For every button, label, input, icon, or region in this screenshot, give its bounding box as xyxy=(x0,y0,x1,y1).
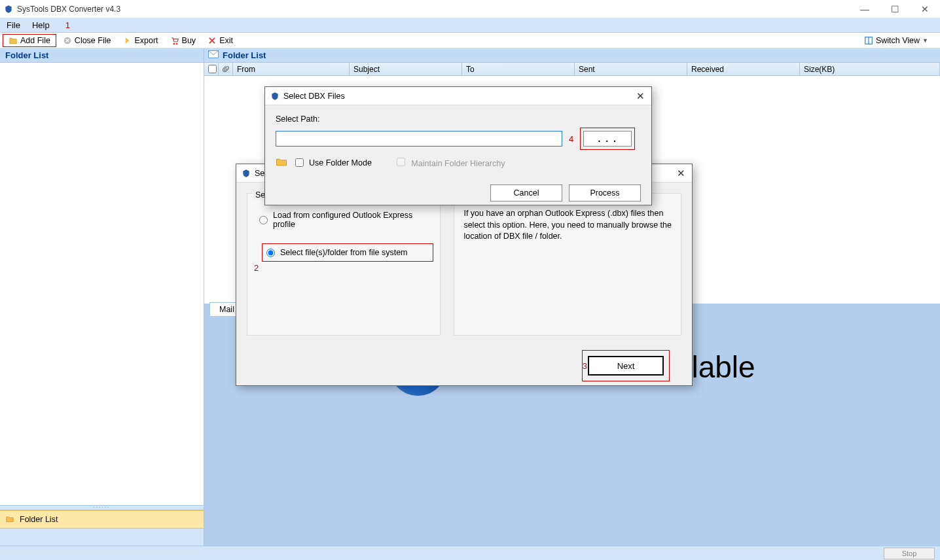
description-group: Description If you have an orphan Outloo… xyxy=(454,193,681,336)
select-dbx-dialog: Select DBX Files ✕ Select Path: 4 . . . … xyxy=(264,86,652,205)
close-file-label: Close File xyxy=(75,36,111,45)
browse-highlight: . . . xyxy=(580,128,635,150)
selection-dialog-close[interactable]: ✕ xyxy=(677,167,685,179)
buy-label: Buy xyxy=(182,36,196,45)
paperclip-icon xyxy=(223,65,229,73)
col-size[interactable]: Size(KB) xyxy=(800,63,940,75)
folder-list-header: Folder List xyxy=(0,48,204,63)
annotation-3: 3 xyxy=(583,361,587,371)
maintain-hierarchy-checkbox xyxy=(397,158,405,166)
app-icon xyxy=(4,5,13,14)
left-panel-bottom xyxy=(0,529,204,546)
app-title: SysTools DBX Converter v4.3 xyxy=(17,5,120,14)
annotation-2: 2 xyxy=(254,263,259,273)
select-path-label: Select Path: xyxy=(276,114,641,124)
path-input[interactable] xyxy=(276,131,562,147)
export-button[interactable]: Export xyxy=(117,35,163,46)
radio-select-file-input[interactable] xyxy=(266,249,275,257)
export-icon xyxy=(122,36,132,45)
col-attachment[interactable] xyxy=(219,63,233,75)
export-label: Export xyxy=(134,36,158,45)
chevron-down-icon: ▼ xyxy=(922,37,928,44)
annotation-1: 1 xyxy=(65,20,70,30)
maintain-hierarchy-row: Maintain Folder Hierarchy xyxy=(397,158,505,168)
folder-icon xyxy=(5,514,14,525)
use-folder-mode-label: Use Folder Mode xyxy=(309,158,372,167)
radio-select-file-label: Select file(s)/folder from file system xyxy=(280,248,408,257)
radio-load-profile-input[interactable] xyxy=(259,216,268,224)
folder-icon xyxy=(276,156,287,169)
col-checkbox[interactable] xyxy=(204,63,219,75)
next-highlight: Next xyxy=(582,350,670,381)
panel-grip[interactable]: ······ xyxy=(0,505,204,510)
browse-button[interactable]: . . . xyxy=(583,131,632,147)
switch-view-button[interactable]: Switch View ▼ xyxy=(859,35,933,46)
menu-file[interactable]: File xyxy=(7,20,20,30)
titlebar: SysTools DBX Converter v4.3 — ☐ ✕ xyxy=(0,0,940,18)
radio-select-file[interactable]: Select file(s)/folder from file system xyxy=(262,243,433,262)
shield-icon xyxy=(242,169,251,178)
radio-load-profile-label: Load from configured Outlook Express pro… xyxy=(273,211,428,229)
mail-list-header: Folder List xyxy=(204,48,940,63)
col-received[interactable]: Received xyxy=(687,63,800,75)
mail-list-header-label: Folder List xyxy=(223,50,266,60)
select-all-checkbox[interactable] xyxy=(208,65,217,73)
maximize-button[interactable]: ☐ xyxy=(880,0,910,18)
exit-button[interactable]: Exit xyxy=(202,35,238,46)
folder-list-footer[interactable]: Folder List xyxy=(0,510,204,529)
exit-label: Exit xyxy=(219,36,233,45)
description-text: If you have an orphan Outlook Express (.… xyxy=(454,205,681,245)
add-file-label: Add File xyxy=(20,36,50,45)
use-folder-mode-checkbox[interactable] xyxy=(295,158,304,167)
folder-tree[interactable] xyxy=(0,63,204,505)
annotation-4: 4 xyxy=(569,134,573,144)
shield-icon xyxy=(270,92,280,101)
folder-open-icon xyxy=(9,36,18,45)
col-sent[interactable]: Sent xyxy=(575,63,687,75)
col-subject[interactable]: Subject xyxy=(350,63,462,75)
cancel-button[interactable]: Cancel xyxy=(490,184,562,201)
statusbar: Stop xyxy=(0,546,940,560)
buy-button[interactable]: Buy xyxy=(165,35,202,46)
stop-button[interactable]: Stop xyxy=(884,548,935,559)
maintain-hierarchy-label: Maintain Folder Hierarchy xyxy=(411,159,505,168)
next-button[interactable]: Next xyxy=(588,356,664,376)
close-file-icon xyxy=(63,36,72,45)
window-controls: — ☐ ✕ xyxy=(850,0,940,18)
col-from[interactable]: From xyxy=(233,63,350,75)
mail-columns: From Subject To Sent Received Size(KB) xyxy=(204,63,940,76)
close-window-button[interactable]: ✕ xyxy=(910,0,940,18)
cart-icon xyxy=(170,36,179,45)
col-to[interactable]: To xyxy=(462,63,575,75)
add-file-button[interactable]: Add File xyxy=(3,34,56,47)
selection-option-group: Selection Option Load from configured Ou… xyxy=(247,193,441,336)
select-dbx-close[interactable]: ✕ xyxy=(636,90,645,102)
process-button[interactable]: Process xyxy=(569,184,641,201)
selection-dialog-footer: 3 Next xyxy=(236,346,692,385)
folder-list-footer-label: Folder List xyxy=(20,515,58,524)
switch-view-label: Switch View xyxy=(876,36,920,45)
select-dbx-title: Select DBX Files ✕ xyxy=(265,87,651,105)
close-file-button[interactable]: Close File xyxy=(58,35,117,46)
switch-view-icon xyxy=(864,36,873,45)
left-panel: Folder List ······ Folder List xyxy=(0,48,204,546)
menubar: File Help 1 xyxy=(0,18,940,33)
menu-help[interactable]: Help xyxy=(32,20,50,30)
envelope-icon xyxy=(208,50,219,61)
toolbar: Add File Close File Export Buy Exit Swit… xyxy=(0,33,940,48)
select-dbx-title-text: Select DBX Files xyxy=(283,92,345,101)
minimize-button[interactable]: — xyxy=(850,0,880,18)
exit-icon xyxy=(208,36,217,45)
